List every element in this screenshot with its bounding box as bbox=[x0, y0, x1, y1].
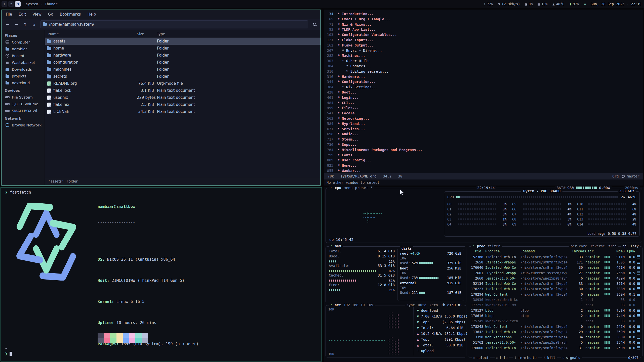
file-row[interactable]: flake.lock 3,1 KiB Plain text document bbox=[45, 87, 320, 94]
process-cpu: 0.0 bbox=[625, 340, 635, 344]
core-percent: 3% bbox=[498, 222, 507, 226]
file-row[interactable]: machines Folder bbox=[45, 66, 320, 73]
search-button[interactable] bbox=[310, 20, 318, 28]
sidebar-item[interactable]: projects bbox=[2, 73, 45, 79]
menu-item[interactable]: View bbox=[29, 10, 45, 19]
core-name: C3 bbox=[447, 217, 456, 221]
process-row[interactable]: 13642 Isolated Web Co /nix/store/sm8fnrf… bbox=[471, 329, 640, 334]
sidebar-item[interactable]: Wastebasket bbox=[2, 59, 45, 66]
process-row[interactable]: 177257 kworker/10:1-mm_ 1 root 0B 0.0 bbox=[471, 302, 640, 308]
process-row[interactable]: 178294 Web Content /nix/store/sm8fnrf3wp… bbox=[471, 292, 640, 297]
menu-item[interactable]: Go bbox=[45, 10, 57, 19]
sidebar-item[interactable]: SMALLBOX Wi... bbox=[2, 107, 45, 114]
preset-button[interactable]: preset * bbox=[355, 186, 373, 190]
process-row[interactable]: 179127 btop btop 2 nambiar 7.3M 0.0 bbox=[471, 308, 640, 313]
process-row[interactable]: 38936 kworker/u64:6-kc 1 root 0B 0.0 bbox=[471, 297, 640, 302]
file-row[interactable]: flake.nix 2,5 KiB Plain text document bbox=[45, 101, 320, 108]
nixos-logo bbox=[12, 203, 80, 281]
process-memory: 7.3M bbox=[611, 308, 625, 312]
proc-option-toggle[interactable]: tree bbox=[608, 244, 617, 248]
file-row[interactable]: assets Folder bbox=[45, 38, 320, 45]
menu-item[interactable]: Help bbox=[84, 10, 99, 19]
core-percent: 0% bbox=[498, 207, 507, 211]
net-interface-switcher[interactable]: ‹b eth0 n› bbox=[441, 303, 462, 307]
file-type: Folder bbox=[154, 60, 320, 65]
net-toggle[interactable]: auto bbox=[418, 303, 426, 307]
menu-item[interactable]: Edit bbox=[15, 10, 29, 19]
proc-footer-button[interactable]: ↕select bbox=[472, 356, 490, 360]
file-row[interactable]: LICENSE 34,3 KiB Plain text document bbox=[45, 108, 320, 115]
process-command: /nix/store/sm8fnrf3wps4 bbox=[520, 325, 572, 329]
menu-item[interactable]: File bbox=[3, 10, 15, 19]
proc-sort-selector[interactable]: cpu lazy bbox=[621, 244, 640, 248]
net-toggle[interactable]: sync bbox=[407, 303, 415, 307]
file-row[interactable]: secrets Folder bbox=[45, 73, 320, 80]
file-row[interactable]: configuration Folder bbox=[45, 59, 320, 66]
process-row[interactable]: 176000 Isolated Web Co /nix/store/sm8fnr… bbox=[471, 345, 640, 350]
filter-button[interactable]: filter bbox=[488, 244, 500, 248]
up-button[interactable]: ↑ bbox=[21, 20, 29, 28]
org-heading: * Services... bbox=[338, 126, 365, 132]
menu-item[interactable]: Bookmarks bbox=[57, 10, 84, 19]
palette-swatch bbox=[98, 333, 104, 338]
column-header-type[interactable]: Type bbox=[154, 32, 320, 36]
process-row[interactable]: 52134 Isolated Web Co /nix/store/sm8fnrf… bbox=[471, 281, 640, 286]
sidebar-item[interactable]: File System bbox=[2, 94, 45, 101]
btop-disks-box: disks root▼4.6M720 GiB IO% Used:52%375 G… bbox=[397, 249, 464, 301]
sidebar-item[interactable]: 1,0 TB Volume bbox=[2, 101, 45, 107]
process-program: Isolated Web Co bbox=[485, 282, 520, 286]
org-heading: * Steam... bbox=[338, 137, 359, 142]
proc-footer-button[interactable]: ⏎info bbox=[495, 356, 509, 360]
column-header-size[interactable]: Size bbox=[137, 32, 154, 36]
menu-button[interactable]: menu bbox=[344, 186, 352, 190]
home-button[interactable]: ⌂ bbox=[30, 20, 38, 28]
sidebar-item[interactable]: nextcloud bbox=[2, 79, 45, 86]
process-row[interactable]: 176223 Isolated Web Co /nix/store/sm8fnr… bbox=[471, 286, 640, 292]
net-toggle[interactable]: zero bbox=[429, 303, 438, 307]
process-row[interactable]: 176646 Isolated Web Co /nix/store/sm8fnr… bbox=[471, 265, 640, 270]
key-hint: t bbox=[515, 356, 517, 360]
process-row[interactable]: 175749 kworker/6:2-even 1 root 0B 0.0 bbox=[471, 319, 640, 324]
path-bar[interactable]: /home/nambiar/system/ bbox=[40, 20, 308, 28]
proc-option-toggle[interactable]: reverse bbox=[591, 244, 605, 248]
process-row[interactable]: 2658 .firefox-wrappe /nix/store/sm8fnrf3… bbox=[471, 259, 640, 265]
palette-swatch bbox=[129, 333, 135, 338]
process-cpu-graph bbox=[637, 293, 640, 296]
process-program: Isolated Web Co bbox=[485, 265, 520, 269]
process-threads: 1 bbox=[572, 303, 585, 307]
process-row[interactable]: 178248 Web Content /nix/store/sm8fnrf3wp… bbox=[471, 324, 640, 329]
process-row[interactable]: 178616 btop btop 2 nambiar 7.4M 0.0 bbox=[471, 313, 640, 318]
file-icon bbox=[47, 40, 51, 43]
proc-footer-button[interactable]: kkill bbox=[542, 356, 557, 360]
file-row[interactable]: user.nix 229 bytes Plain text document bbox=[45, 94, 320, 101]
emacs-window: 34 * Introduction... 65 * Emacs + Org + … bbox=[324, 10, 643, 186]
file-row[interactable]: home Folder bbox=[45, 45, 320, 52]
proc-option-toggle[interactable]: per-core bbox=[571, 244, 587, 248]
proc-footer-button[interactable]: tterminate bbox=[513, 356, 538, 360]
sidebar-item[interactable]: Downloads bbox=[2, 66, 45, 73]
process-program: .emacs-31.0.50- bbox=[485, 276, 520, 280]
process-row[interactable]: 52368 Isolated Web Co /nix/store/sm8fnrf… bbox=[471, 254, 640, 259]
shell-prompt-bottom: ~ ❯ bbox=[5, 346, 12, 356]
workspace-button[interactable]: 3 bbox=[15, 1, 21, 7]
file-row[interactable]: hardware Folder bbox=[45, 52, 320, 59]
column-header-name[interactable]: Name bbox=[45, 32, 137, 36]
process-row[interactable]: 3390 WebExtensions /nix/store/sm8fnrf3wp… bbox=[471, 334, 640, 340]
workspace-button[interactable]: 2 bbox=[8, 1, 14, 7]
mouse-cursor bbox=[399, 189, 406, 196]
process-row[interactable]: 2601 .Hyprland-wrapp /run/current-system… bbox=[471, 270, 640, 276]
forward-button[interactable]: → bbox=[12, 20, 20, 28]
file-row[interactable]: README.org 76,4 KiB Org-mode file bbox=[45, 80, 320, 87]
sidebar-item[interactable]: Recent bbox=[2, 52, 45, 59]
process-memory: 0B bbox=[611, 319, 625, 323]
process-table-header[interactable]: Pid: Program: Command: Threads: User: Me… bbox=[471, 248, 640, 254]
workspace-button[interactable]: 1 bbox=[2, 1, 7, 7]
sidebar-item[interactable]: Browse Network bbox=[2, 122, 45, 128]
sidebar-item[interactable]: Computer bbox=[2, 39, 45, 46]
back-button[interactable]: ← bbox=[4, 20, 12, 28]
process-row[interactable]: 2660 .emacs-31.0.50- /nix/store/wnqz5pa8… bbox=[471, 276, 640, 281]
process-row[interactable]: 51762 .emacs-31.0.50- /nix/store/wnqz5pa… bbox=[471, 340, 640, 345]
org-heading: * Introduction... bbox=[338, 11, 374, 17]
proc-footer-button[interactable]: ssignals bbox=[561, 356, 582, 360]
sidebar-item[interactable]: nambiar bbox=[2, 46, 45, 52]
